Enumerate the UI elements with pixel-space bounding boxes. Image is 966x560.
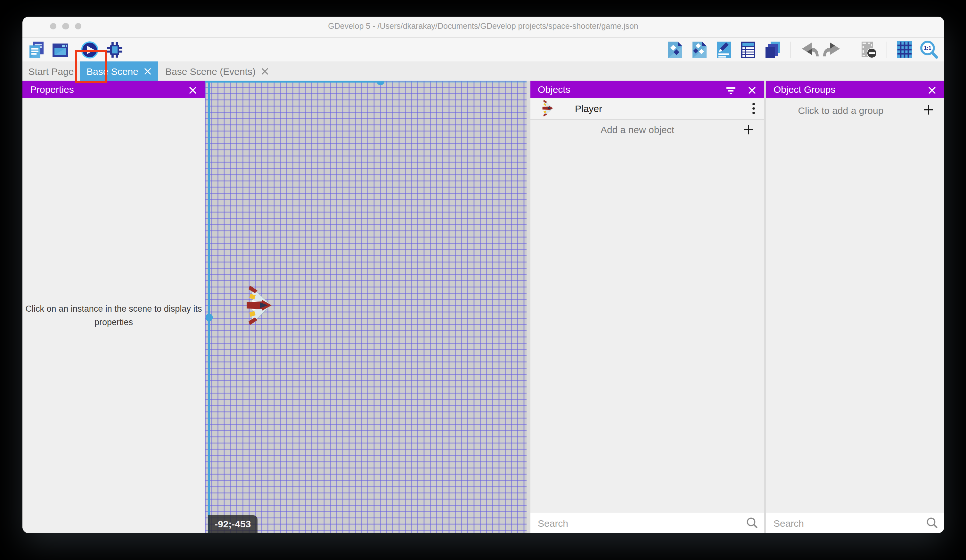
window-title: GDevelop 5 - /Users/dkarakay/Documents/G…	[22, 16, 944, 37]
object-name: Player	[575, 103, 602, 114]
object-list-item-player[interactable]: Player	[530, 98, 764, 120]
tab-base-scene[interactable]: Base Scene	[80, 61, 158, 81]
panel-title: Object Groups	[774, 84, 835, 95]
undo-button[interactable]	[798, 40, 818, 59]
undo-icon	[798, 40, 818, 59]
objects-editor-icon	[665, 40, 685, 59]
instances-list-icon	[739, 40, 758, 59]
toggle-window-mask-button[interactable]	[859, 40, 879, 59]
project-manager-icon	[27, 40, 46, 59]
properties-panel: Properties Click on an instance in the s…	[22, 81, 205, 533]
close-panel-button[interactable]	[189, 85, 197, 96]
add-group-label: Click to add a group	[798, 105, 884, 116]
plus-icon	[743, 124, 754, 137]
game-window-top-resize-handle[interactable]	[377, 81, 384, 85]
game-window-left-border	[208, 81, 210, 533]
scene-canvas[interactable]: -92;-453	[205, 81, 526, 533]
close-panel-button[interactable]	[748, 85, 756, 96]
panel-divider[interactable]	[526, 81, 530, 533]
player-instance-sprite[interactable]	[243, 284, 272, 326]
groups-search-input[interactable]	[766, 517, 926, 528]
tab-label: Base Scene	[87, 65, 138, 77]
open-object-groups-editor-button[interactable]	[690, 40, 710, 59]
player-object-thumbnail	[540, 99, 554, 117]
titlebar: GDevelop 5 - /Users/dkarakay/Documents/G…	[22, 16, 944, 38]
object-groups-panel: Object Groups Click to add a group	[766, 81, 944, 533]
toolbar-separator	[790, 41, 791, 58]
add-new-object-button[interactable]: Add a new object	[530, 120, 764, 140]
play-icon	[80, 40, 99, 59]
open-properties-panel-button[interactable]	[714, 40, 734, 59]
groups-search-bar	[766, 513, 944, 533]
toolbar: 1:1	[22, 38, 944, 61]
svg-text:1:1: 1:1	[924, 45, 931, 51]
redo-button[interactable]	[823, 40, 843, 59]
screenshot-stage: GDevelop 5 - /Users/dkarakay/Documents/G…	[0, 0, 966, 560]
zoom-100-button[interactable]: 1:1	[919, 40, 939, 59]
filter-icon	[726, 87, 736, 95]
game-window-left-resize-handle[interactable]	[205, 314, 213, 321]
open-layers-editor-button[interactable]	[762, 40, 782, 59]
object-groups-editor-icon	[690, 40, 709, 59]
open-instances-list-button[interactable]	[738, 40, 758, 59]
toolbar-separator	[850, 41, 851, 58]
layers-icon	[763, 40, 782, 59]
window-mask-icon	[859, 40, 878, 59]
plus-icon	[923, 104, 934, 118]
objects-search-bar	[530, 513, 764, 533]
gdevelop-window: GDevelop 5 - /Users/dkarakay/Documents/G…	[22, 16, 944, 533]
project-manager-button[interactable]	[26, 39, 47, 60]
add-object-label: Add a new object	[601, 124, 674, 135]
object-options-menu-button[interactable]	[752, 102, 755, 117]
properties-icon	[714, 40, 733, 59]
scene-editor-button[interactable]	[50, 39, 71, 60]
scene-window-icon	[51, 40, 70, 59]
close-panel-button[interactable]	[928, 85, 936, 96]
tab-bar: Start Page Base Scene Base Scene (Events…	[22, 61, 944, 81]
open-objects-editor-button[interactable]	[665, 40, 685, 59]
objects-search-input[interactable]	[530, 517, 746, 528]
grid-icon	[895, 40, 914, 59]
redo-icon	[823, 40, 843, 59]
close-tab-button[interactable]	[261, 67, 268, 75]
filter-objects-button[interactable]	[726, 86, 736, 97]
objects-panel-header: Objects	[530, 81, 764, 98]
toggle-grid-button[interactable]	[895, 40, 914, 59]
play-button[interactable]	[79, 39, 100, 60]
properties-hint-text: Click on an instance in the scene to dis…	[23, 302, 204, 329]
panel-title: Properties	[30, 84, 74, 95]
tab-start-page[interactable]: Start Page	[22, 61, 80, 81]
main-area: Properties Click on an instance in the s…	[22, 81, 944, 533]
objects-panel: Objects P	[530, 81, 764, 533]
add-group-button[interactable]: Click to add a group	[766, 98, 944, 122]
game-window-top-border-faint	[381, 81, 526, 83]
search-icon	[746, 517, 757, 529]
panel-title: Objects	[538, 84, 570, 95]
tab-label: Base Scene (Events)	[165, 65, 256, 77]
zoom-1to1-icon: 1:1	[919, 40, 938, 59]
search-icon	[926, 517, 938, 529]
three-dot-menu-icon	[752, 102, 755, 115]
debug-button[interactable]	[104, 39, 125, 60]
tab-label: Start Page	[28, 65, 74, 77]
toolbar-right-group: 1:1	[665, 39, 939, 60]
toolbar-separator	[886, 41, 887, 58]
debug-icon	[105, 40, 124, 59]
tab-base-scene-events[interactable]: Base Scene (Events)	[158, 61, 276, 81]
properties-empty-state: Click on an instance in the scene to dis…	[22, 98, 205, 533]
cursor-coordinates-badge: -92;-453	[208, 515, 257, 533]
properties-panel-header: Properties	[22, 81, 205, 98]
object-groups-panel-header: Object Groups	[766, 81, 944, 98]
close-tab-button[interactable]	[144, 67, 151, 75]
game-window-top-border	[205, 81, 381, 82]
